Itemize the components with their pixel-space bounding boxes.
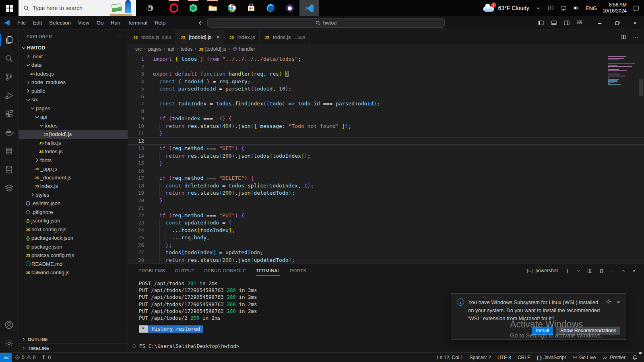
menu-run[interactable]: Run: [107, 16, 124, 30]
language-mode[interactable]: { }JavaScript: [533, 353, 569, 362]
tree-item-fonts[interactable]: fonts: [19, 156, 128, 165]
tree-item-next-config-mjs[interactable]: JSnext.config.mjs: [19, 225, 128, 234]
panel-tab-problems[interactable]: PROBLEMS: [138, 264, 165, 278]
section-outline[interactable]: OUTLINE: [19, 335, 128, 343]
breadcrumb-src[interactable]: src: [135, 46, 142, 52]
terminal-dropdown-icon[interactable]: [576, 268, 581, 274]
panel-tab-terminal[interactable]: TERMINAL: [256, 264, 281, 278]
task-view-icon[interactable]: [140, 0, 159, 16]
editor-scrollbar[interactable]: [639, 79, 643, 96]
tree-item--todoid-js[interactable]: JS[todoId].js: [19, 130, 128, 139]
run-debug-icon[interactable]: [0, 86, 19, 105]
breadcrumb-todos[interactable]: todos: [181, 46, 192, 52]
customize-layout-icon[interactable]: [576, 20, 583, 26]
panel-tab-ports[interactable]: PORTS: [290, 264, 306, 278]
problems-indicator[interactable]: 0 0: [12, 353, 38, 362]
remote-indicator[interactable]: ><: [0, 353, 12, 362]
microsoft-store-icon[interactable]: [242, 0, 261, 16]
feedback-indicator[interactable]: 0: [38, 353, 54, 362]
volume-icon[interactable]: [573, 4, 580, 12]
breadcrumb-handler[interactable]: handler: [233, 46, 255, 52]
restore-button[interactable]: [609, 16, 626, 29]
panel-tab-debug-console[interactable]: DEBUG CONSOLE: [204, 264, 246, 278]
tray-chevron-icon[interactable]: [535, 5, 541, 11]
github-desktop-icon[interactable]: [280, 0, 299, 16]
network-icon[interactable]: [560, 4, 567, 12]
code-editor[interactable]: 1import { todos } from "../../../../data…: [128, 54, 644, 263]
layers-icon[interactable]: [0, 179, 19, 197]
docker-icon[interactable]: [0, 123, 19, 142]
toggle-secondary-sidebar-icon[interactable]: [564, 20, 570, 26]
prettier-indicator[interactable]: Prettier: [599, 353, 629, 362]
search-doodle-icon[interactable]: [109, 0, 134, 16]
section-timeline[interactable]: TIMELINE: [19, 343, 128, 352]
notification-settings-icon[interactable]: [606, 298, 612, 323]
action-center-icon[interactable]: [632, 4, 640, 12]
cursor-position[interactable]: Ln 12, Col 1: [434, 353, 466, 362]
toggle-sidebar-icon[interactable]: [538, 20, 544, 26]
show-recommendations-button[interactable]: Show Recommendations: [556, 327, 620, 335]
tree-root-hwtod[interactable]: HWTOD: [19, 43, 128, 52]
encoding[interactable]: UTF-8: [494, 353, 514, 362]
tree-item-data[interactable]: data: [19, 61, 128, 70]
tree-item-node-modules[interactable]: node_modules: [19, 78, 128, 87]
file-explorer-icon[interactable]: [203, 0, 222, 16]
close-button[interactable]: ×: [626, 16, 644, 29]
explorer-more-actions-icon[interactable]: ···: [117, 34, 123, 39]
split-terminal-icon[interactable]: [587, 268, 593, 274]
opera-icon[interactable]: [164, 0, 184, 16]
explorer-icon[interactable]: [0, 31, 19, 49]
notifications-bell[interactable]: [629, 353, 641, 362]
source-control-icon[interactable]: [0, 68, 19, 86]
command-center-search[interactable]: hwtod: [207, 18, 445, 28]
panel-tab-output[interactable]: OUTPUT: [175, 264, 194, 278]
tree-item-pages[interactable]: pages: [19, 104, 128, 113]
tree-item--next[interactable]: .next: [19, 52, 128, 61]
tree-item--app-js[interactable]: JS_app.js: [19, 165, 128, 173]
tree-item-tailwind-config-js[interactable]: JStailwind.config.js: [19, 268, 128, 277]
tree-item--document-js[interactable]: JS_document.js: [19, 173, 128, 182]
chrome-icon[interactable]: [222, 0, 242, 16]
breadcrumb--todoid-js[interactable]: JS[todoId].js: [199, 46, 226, 52]
install-button[interactable]: Install: [532, 327, 553, 335]
language-indicator[interactable]: ENG: [586, 5, 597, 11]
toggle-panel-icon[interactable]: [551, 20, 557, 26]
indentation[interactable]: Spaces: 2: [466, 353, 494, 362]
tab-todos-js[interactable]: JStodos.jsdata: [128, 30, 175, 44]
menu-terminal[interactable]: Terminal: [124, 16, 151, 30]
extensions-icon[interactable]: [0, 105, 19, 123]
kill-terminal-icon[interactable]: [599, 268, 605, 274]
menu-selection[interactable]: Selection: [45, 16, 74, 30]
tree-item-src[interactable]: src: [19, 95, 128, 104]
menu-edit[interactable]: Edit: [29, 16, 45, 30]
breadcrumb-api[interactable]: api: [168, 46, 174, 52]
new-terminal-icon[interactable]: [564, 268, 570, 274]
search-icon[interactable]: [0, 49, 19, 68]
start-button[interactable]: [0, 0, 19, 16]
weather-widget[interactable]: 1 63°F Cloudy: [483, 4, 529, 12]
tree-item-api[interactable]: api: [19, 113, 128, 121]
tree-item--gitignore[interactable]: .gitignore: [19, 208, 128, 217]
breadcrumb-pages[interactable]: pages: [148, 46, 161, 52]
minimize-button[interactable]: –: [591, 16, 609, 29]
close-panel-icon[interactable]: [632, 268, 637, 274]
eol-sequence[interactable]: CRLF: [514, 353, 533, 362]
touch-keyboard-icon[interactable]: [547, 4, 554, 12]
tab--todoid-js[interactable]: JS[todoId].js×: [175, 30, 224, 44]
tree-item-postcss-config-mjs[interactable]: JSpostcss.config.mjs: [19, 251, 128, 260]
tab-todos-js[interactable]: JStodos.js...\api: [260, 30, 310, 44]
maximize-panel-icon[interactable]: [621, 268, 626, 274]
tree-item-public[interactable]: public: [19, 87, 128, 96]
go-live-button[interactable]: Go Live: [569, 353, 599, 362]
tree-item-todos-js[interactable]: JStodos.js: [19, 70, 128, 78]
edge-icon[interactable]: [261, 0, 280, 16]
database-icon[interactable]: [0, 160, 19, 179]
notification-close-icon[interactable]: ×: [617, 298, 620, 323]
taskbar-search-input[interactable]: Type here to search: [19, 0, 136, 16]
tree-item-package-json[interactable]: {}package.json: [19, 243, 128, 251]
vscode-icon[interactable]: [299, 0, 319, 16]
menu-go[interactable]: Go: [93, 16, 107, 30]
shell-selector[interactable]: powershell: [527, 268, 558, 274]
close-tab-icon[interactable]: ×: [217, 34, 220, 40]
menu-view[interactable]: View: [74, 16, 93, 30]
